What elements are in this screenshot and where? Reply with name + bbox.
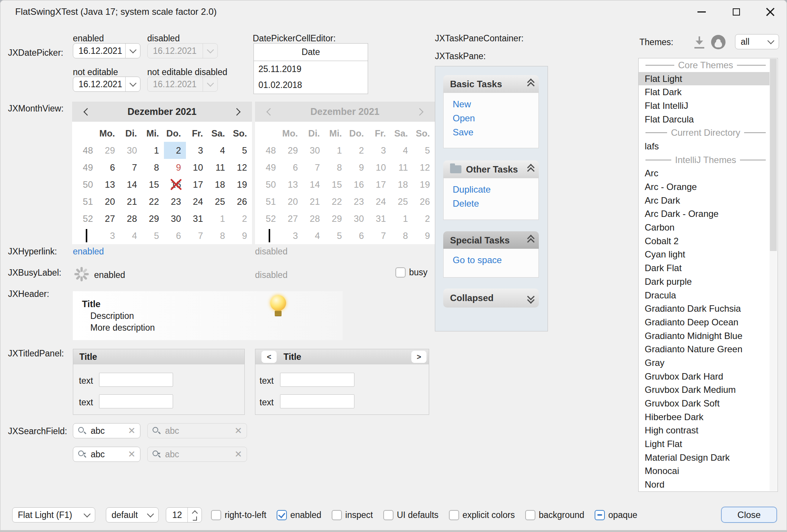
calendar-day-cell[interactable]: 23 bbox=[164, 193, 186, 210]
calendar-day-cell[interactable]: 7 bbox=[186, 227, 208, 244]
text-input[interactable] bbox=[280, 394, 354, 408]
calendar-day-cell[interactable]: 2 bbox=[230, 210, 252, 227]
searchfield-with-menu-enabled[interactable]: abc ✕ bbox=[73, 447, 140, 462]
calendar-day-cell[interactable]: 22 bbox=[142, 193, 164, 210]
option-checkbox[interactable]: explicit colors bbox=[449, 510, 515, 520]
clear-icon[interactable]: ✕ bbox=[128, 426, 135, 435]
busy-checkbox[interactable]: busy bbox=[395, 267, 428, 278]
scrollbar-track[interactable] bbox=[770, 59, 777, 491]
calendar-day-cell[interactable]: 9 bbox=[164, 159, 186, 176]
theme-list-item[interactable]: Gradianto Midnight Blue bbox=[639, 329, 770, 343]
scrollbar-thumb[interactable] bbox=[770, 59, 777, 251]
option-checkbox[interactable]: background bbox=[525, 510, 584, 520]
calendar-day-cell[interactable]: 49 bbox=[74, 159, 98, 176]
calendar-day-cell[interactable]: 25 bbox=[208, 193, 230, 210]
taskpane-collapsed-header[interactable]: Collapsed bbox=[443, 289, 539, 308]
theme-list-item[interactable]: Hiberbee Dark bbox=[639, 410, 770, 424]
theme-list-item[interactable]: High contrast bbox=[639, 424, 770, 438]
table-column-header[interactable]: Date bbox=[254, 44, 368, 61]
task-link[interactable]: Open bbox=[453, 113, 538, 124]
taskpane-other-tasks-header[interactable]: Other Tasks bbox=[443, 160, 539, 178]
option-checkbox[interactable]: right-to-left bbox=[211, 510, 266, 520]
download-icon[interactable] bbox=[694, 36, 705, 49]
calendar-day-cell[interactable]: 3 bbox=[186, 142, 208, 159]
theme-list-item[interactable]: Flat IntelliJ bbox=[639, 99, 770, 113]
option-checkbox[interactable]: enabled bbox=[277, 510, 321, 520]
calendar-day-cell[interactable]: 7 bbox=[120, 159, 142, 176]
theme-list-item[interactable]: Flat Light bbox=[639, 72, 770, 86]
task-link[interactable]: Delete bbox=[453, 198, 538, 209]
calendar-day-cell[interactable]: 1 bbox=[208, 210, 230, 227]
option-checkbox[interactable]: opaque bbox=[595, 510, 637, 520]
theme-list-item[interactable]: IntelliJ Themes bbox=[639, 153, 770, 167]
task-link[interactable]: Duplicate bbox=[453, 184, 538, 195]
calendar-day-cell[interactable]: 11 bbox=[208, 159, 230, 176]
taskpane-special-tasks-header[interactable]: Special Tasks bbox=[443, 231, 539, 249]
calendar-day-cell[interactable]: 1 bbox=[142, 142, 164, 159]
hyperlink-enabled[interactable]: enabled bbox=[73, 246, 104, 257]
calendar-day-cell[interactable]: 9 bbox=[230, 227, 252, 244]
searchfield-enabled[interactable]: abc ✕ bbox=[73, 423, 140, 438]
theme-list-item[interactable]: Arc Dark - Orange bbox=[639, 207, 770, 221]
datepicker-enabled[interactable]: 16.12.2021 bbox=[73, 43, 140, 58]
calendar-day-cell[interactable]: 13 bbox=[98, 176, 120, 193]
task-link[interactable]: New bbox=[453, 99, 538, 110]
spinner-buttons[interactable] bbox=[187, 508, 201, 522]
calendar-day-cell[interactable]: 4 bbox=[208, 142, 230, 159]
datepicker-not-editable[interactable]: 16.12.2021 bbox=[73, 77, 140, 92]
next-month-button[interactable] bbox=[232, 106, 244, 118]
theme-list-item[interactable]: Nord bbox=[639, 478, 770, 491]
datepicker-dropdown-button[interactable] bbox=[125, 44, 140, 58]
theme-list-item[interactable]: Arc Dark bbox=[639, 194, 770, 207]
calendar-day-cell[interactable]: 1 bbox=[74, 227, 98, 244]
theme-list-item[interactable]: Carbon bbox=[639, 221, 770, 234]
theme-list-item[interactable]: Arc bbox=[639, 167, 770, 180]
calendar-day-cell[interactable]: 8 bbox=[208, 227, 230, 244]
clear-icon[interactable]: ✕ bbox=[128, 450, 135, 459]
datepicker-dropdown-button[interactable] bbox=[125, 77, 140, 91]
option-checkbox[interactable]: UI defaults bbox=[383, 510, 439, 520]
font-size-spinner[interactable]: 12 bbox=[166, 507, 202, 523]
theme-list-item[interactable]: Gruvbox Dark Medium bbox=[639, 383, 770, 397]
laf-combobox[interactable]: Flat Light (F1) bbox=[12, 507, 95, 523]
style-combobox[interactable]: default bbox=[106, 507, 159, 523]
calendar-day-cell[interactable]: 26 bbox=[230, 193, 252, 210]
theme-list-item[interactable]: Cyan light bbox=[639, 248, 770, 262]
maximize-button[interactable] bbox=[726, 3, 747, 20]
github-icon[interactable] bbox=[711, 35, 726, 49]
task-link[interactable]: Go to space bbox=[453, 255, 538, 265]
table-row[interactable]: 25.11.2019 bbox=[254, 61, 368, 77]
theme-list-item[interactable]: Arc - Orange bbox=[639, 180, 770, 194]
taskpane-basic-tasks-header[interactable]: Basic Tasks bbox=[443, 75, 539, 93]
task-link[interactable]: Save bbox=[453, 127, 538, 138]
calendar-day-cell[interactable]: 29 bbox=[98, 142, 120, 159]
calendar-day-cell[interactable]: 12 bbox=[230, 159, 252, 176]
calendar-day-cell[interactable]: 2 bbox=[164, 142, 186, 159]
theme-list-item[interactable]: Gruvbox Dark Soft bbox=[639, 397, 770, 410]
theme-list-item[interactable]: Gradianto Nature Green bbox=[639, 342, 770, 356]
text-input[interactable] bbox=[99, 394, 173, 408]
calendar-day-cell[interactable]: 5 bbox=[230, 142, 252, 159]
calendar-day-cell[interactable]: 8 bbox=[142, 159, 164, 176]
calendar-day-cell[interactable]: 16 bbox=[164, 176, 186, 193]
calendar-day-cell[interactable]: 21 bbox=[120, 193, 142, 210]
theme-list-item[interactable]: Cobalt 2 bbox=[639, 234, 770, 248]
titledpanel-prev-button[interactable]: < bbox=[261, 351, 277, 363]
theme-list-item[interactable]: Monocai bbox=[639, 465, 770, 478]
theme-list-item[interactable]: Gray bbox=[639, 356, 770, 370]
theme-list-item[interactable]: lafs bbox=[639, 140, 770, 153]
minimize-button[interactable] bbox=[691, 3, 712, 20]
calendar-day-cell[interactable]: 28 bbox=[120, 210, 142, 227]
close-window-button[interactable] bbox=[760, 3, 781, 20]
theme-list-item[interactable]: Flat Dark bbox=[639, 85, 770, 99]
calendar-day-cell[interactable]: 14 bbox=[120, 176, 142, 193]
calendar-day-cell[interactable]: 3 bbox=[98, 227, 120, 244]
calendar-day-cell[interactable]: 6 bbox=[98, 159, 120, 176]
theme-list-item[interactable]: Light Flat bbox=[639, 437, 770, 451]
theme-list-item[interactable]: Dark purple bbox=[639, 275, 770, 289]
theme-list-item[interactable]: Gradianto Dark Fuchsia bbox=[639, 302, 770, 315]
calendar-day-cell[interactable]: 17 bbox=[186, 176, 208, 193]
titledpanel-next-button[interactable]: > bbox=[411, 351, 427, 363]
option-checkbox[interactable]: inspect bbox=[332, 510, 373, 520]
calendar-day-cell[interactable]: 29 bbox=[142, 210, 164, 227]
